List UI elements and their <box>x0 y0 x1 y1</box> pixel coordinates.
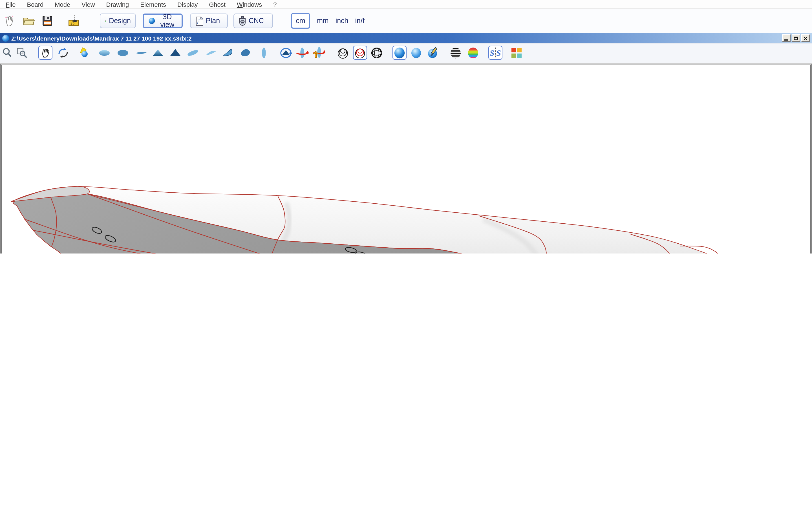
spin-horizontal-icon[interactable] <box>296 46 309 60</box>
canvas-frame <box>0 64 812 253</box>
pan-hand-icon[interactable] <box>38 46 52 60</box>
menu-board[interactable]: Board <box>21 1 49 8</box>
3d-view-button[interactable]: 3D view <box>143 13 183 28</box>
rotate-3d-icon[interactable] <box>56 46 70 60</box>
menu-mode[interactable]: Mode <box>49 1 76 8</box>
document-title-bar[interactable]: Z:\Users\dennery\Downloads\Mandrax 7 11 … <box>0 33 812 43</box>
menu-bar: File Board Mode View Drawing Elements Di… <box>0 0 812 9</box>
menu-drawing[interactable]: Drawing <box>101 1 135 8</box>
zoom-area-icon[interactable] <box>15 46 29 60</box>
auto-rotate-icon[interactable] <box>279 46 293 60</box>
close-button[interactable]: × <box>801 34 810 42</box>
design-button[interactable]: Design <box>100 13 136 28</box>
smooth-render-icon[interactable] <box>409 46 423 60</box>
cnc-button[interactable]: CNC <box>234 13 273 28</box>
cnc-button-label: CNC <box>249 17 264 25</box>
3d-view-button-label: 3D view <box>158 13 177 29</box>
application-window: File Board Mode View Drawing Elements Di… <box>0 0 812 253</box>
sphere-icon <box>148 16 155 25</box>
plan-sheet-icon <box>195 16 204 25</box>
show-slices-highlight-icon[interactable] <box>353 46 367 60</box>
unit-mm[interactable]: mm <box>317 17 329 25</box>
zebra-stripes-icon[interactable] <box>449 46 462 60</box>
symmetry-check-icon[interactable]: SS <box>488 46 502 60</box>
svg-text:S: S <box>490 48 494 57</box>
minimize-button[interactable] <box>782 34 791 42</box>
menu-ghost[interactable]: Ghost <box>203 1 231 8</box>
board-3d-view[interactable] <box>2 65 810 253</box>
menu-help[interactable]: ? <box>267 1 282 8</box>
spin-vertical-icon[interactable] <box>312 46 325 60</box>
measurements-ruler-icon[interactable]: 1 0 <box>67 13 82 28</box>
view-bottom-icon[interactable] <box>116 46 130 60</box>
view-perspective-2-icon[interactable] <box>204 46 218 60</box>
unit-inf[interactable]: in/f <box>355 17 364 25</box>
open-folder-icon[interactable] <box>21 13 36 28</box>
viewport-3d[interactable] <box>1 65 811 253</box>
view-perspective-3-icon[interactable] <box>221 46 235 60</box>
view-perspective-4-icon[interactable] <box>239 46 252 60</box>
menu-file[interactable]: File <box>0 1 21 8</box>
document-sphere-icon <box>2 35 9 41</box>
design-button-label: Design <box>109 17 131 25</box>
menu-elements[interactable]: Elements <box>135 1 172 8</box>
view-perspective-1-icon[interactable] <box>186 46 200 60</box>
view-side-icon[interactable] <box>134 46 148 60</box>
save-disk-icon[interactable] <box>40 13 55 28</box>
svg-text:S: S <box>497 48 501 57</box>
curvature-map-icon[interactable] <box>466 46 480 60</box>
document-title: Z:\Users\dennery\Downloads\Mandrax 7 11 … <box>11 35 782 41</box>
svg-text:1 0: 1 0 <box>70 22 74 25</box>
unit-inch[interactable]: inch <box>336 17 349 25</box>
menu-windows[interactable]: Windows <box>231 1 267 8</box>
cnc-bit-icon <box>239 16 246 26</box>
render-light-icon[interactable] <box>77 46 91 60</box>
maximize-button[interactable] <box>792 34 800 42</box>
view-nose-icon[interactable] <box>151 46 165 60</box>
plan-button-label: Plan <box>206 17 220 25</box>
plan-button[interactable]: Plan <box>190 13 228 28</box>
menu-view[interactable]: View <box>76 1 100 8</box>
design-curve-icon <box>105 16 107 26</box>
color-swatches-icon[interactable] <box>510 46 523 60</box>
menu-display[interactable]: Display <box>172 1 203 8</box>
unit-cm[interactable]: cm <box>291 13 310 29</box>
view-tail-icon[interactable] <box>168 46 182 60</box>
solid-render-icon[interactable] <box>393 46 407 60</box>
main-toolbar: 1 0 Design 3D view Plan CNC cm mm inch i… <box>0 9 812 33</box>
show-slices-icon[interactable] <box>336 46 350 60</box>
zoom-icon[interactable] <box>1 46 14 60</box>
paint-design-icon[interactable] <box>427 46 441 60</box>
pointer-hand-icon[interactable] <box>2 13 17 28</box>
view-deck-icon[interactable] <box>98 46 111 60</box>
wireframe-sphere-icon[interactable] <box>370 46 384 60</box>
view-vertical-icon[interactable] <box>257 46 271 60</box>
view-toolbar: SS <box>0 43 812 64</box>
